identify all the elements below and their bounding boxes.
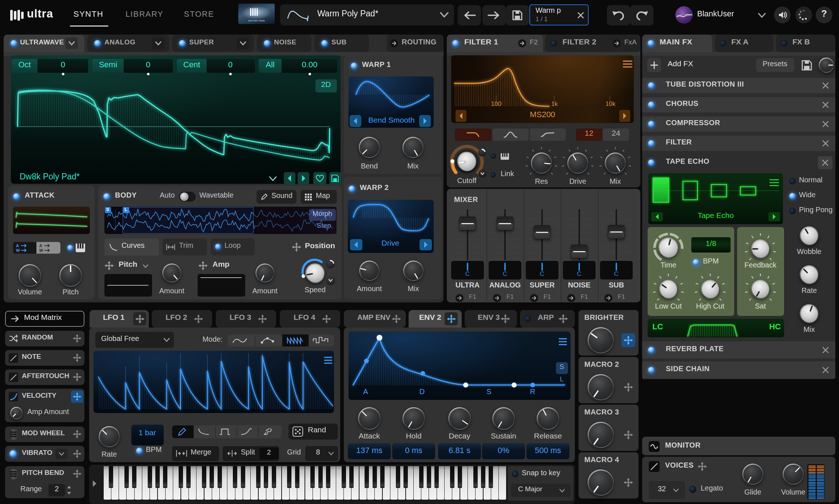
svg-text:A: A — [16, 243, 19, 248]
svg-text:A: A — [39, 243, 42, 248]
svg-text:W: W — [16, 248, 20, 253]
svg-text:W: W — [39, 248, 43, 253]
